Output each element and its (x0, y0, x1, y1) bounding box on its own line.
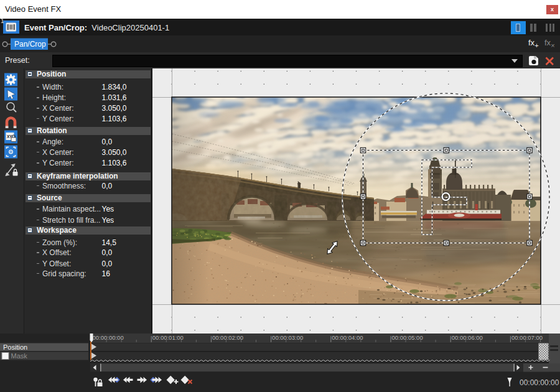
svg-text:00:00:00:00: 00:00:00:00 (520, 378, 559, 387)
svg-text:00:00:00:00: 00:00:00:00 (93, 334, 124, 341)
svg-text:00:00:04:00: 00:00:04:00 (332, 334, 363, 341)
svg-text:00:00:03:00: 00:00:03:00 (272, 334, 303, 341)
svg-text:00:00:01:00: 00:00:01:00 (152, 334, 184, 341)
svg-text:00:00:05:00: 00:00:05:00 (392, 334, 423, 341)
svg-text:00:00:02:00: 00:00:02:00 (212, 334, 243, 341)
svg-text:00:00:06:00: 00:00:06:00 (452, 334, 483, 341)
svg-text:00:00:07:00: 00:00:07:00 (511, 334, 543, 341)
svg-text:Mask: Mask (11, 352, 28, 360)
svg-text:Position: Position (3, 343, 27, 351)
